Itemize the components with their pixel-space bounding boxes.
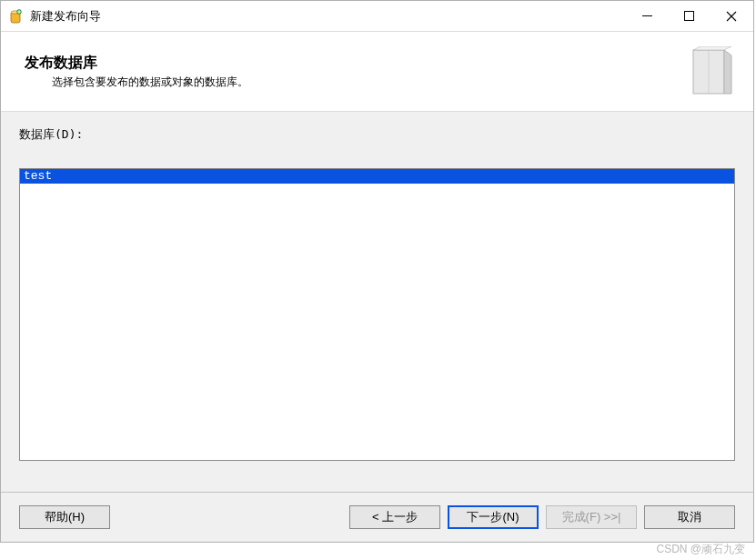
close-button[interactable] xyxy=(710,1,753,31)
content-area: 数据库(D): test xyxy=(1,112,753,492)
page-title: 发布数据库 xyxy=(25,54,686,73)
next-button[interactable]: 下一步(N) xyxy=(448,505,539,529)
help-button[interactable]: 帮助(H) xyxy=(19,505,110,529)
minimize-button[interactable] xyxy=(626,1,668,31)
svg-rect-3 xyxy=(684,12,693,21)
maximize-button[interactable] xyxy=(668,1,710,31)
window-controls xyxy=(626,1,753,31)
list-item[interactable]: test xyxy=(20,169,734,184)
titlebar: 新建发布向导 xyxy=(1,1,753,32)
button-row: 帮助(H) < 上一步 下一步(N) 完成(F) >>| 取消 xyxy=(1,493,753,542)
database-list-label: 数据库(D): xyxy=(19,126,735,143)
wizard-header: 发布数据库 选择包含要发布的数据或对象的数据库。 xyxy=(1,32,753,112)
watermark: CSDN @顽石九变 xyxy=(656,542,745,557)
back-button[interactable]: < 上一步 xyxy=(349,505,440,529)
wizard-header-text: 发布数据库 选择包含要发布的数据或对象的数据库。 xyxy=(25,54,686,90)
wizard-window: 新建发布向导 发布数据库 选择包含要发布的数据或对象的数据库。 xyxy=(0,0,754,543)
page-subtitle: 选择包含要发布的数据或对象的数据库。 xyxy=(25,75,686,90)
finish-button: 完成(F) >>| xyxy=(546,505,637,529)
window-title: 新建发布向导 xyxy=(30,8,626,25)
header-graphic-icon xyxy=(686,46,737,97)
svg-marker-6 xyxy=(693,46,731,50)
cancel-button[interactable]: 取消 xyxy=(644,505,735,529)
app-icon xyxy=(8,9,23,24)
svg-marker-5 xyxy=(724,50,731,94)
database-listbox[interactable]: test xyxy=(19,168,735,461)
